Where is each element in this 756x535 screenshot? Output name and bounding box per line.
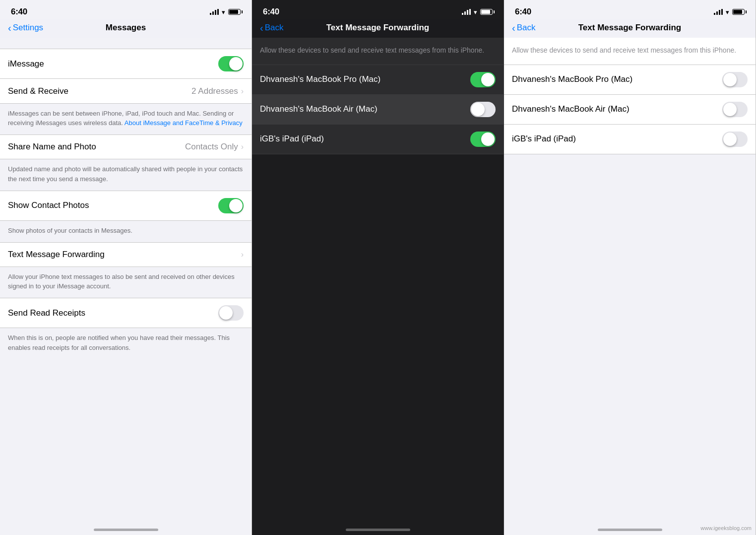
macbook-pro-label: Dhvanesh's MacBook Pro (Mac)	[260, 74, 470, 84]
read-receipts-description: When this is on, people are notified whe…	[0, 328, 252, 359]
chevron-left-icon-white: ‹	[512, 23, 515, 33]
share-name-value: Contacts Only	[185, 142, 238, 152]
read-receipts-description-text: When this is on, people are notified whe…	[8, 334, 230, 351]
wifi-icon: ▾	[222, 8, 225, 16]
share-name-chevron: ›	[241, 142, 244, 151]
status-icons-dark: ▾	[462, 8, 493, 16]
send-receive-row[interactable]: Send & Receive 2 Addresses ›	[0, 79, 252, 104]
macbook-pro-toggle-white[interactable]	[722, 72, 748, 87]
contact-photos-row[interactable]: Show Contact Photos	[0, 191, 252, 221]
home-indicator-dark	[252, 518, 504, 535]
macbook-pro-row[interactable]: Dhvanesh's MacBook Pro (Mac)	[252, 65, 504, 95]
contact-photos-description: Show photos of your contacts in Messages…	[0, 221, 252, 242]
forwarding-desc-block-white: Allow these devices to send and receive …	[504, 38, 756, 65]
macbook-air-row[interactable]: Dhvanesh's MacBook Air (Mac)	[252, 95, 504, 125]
ipad-label-white: iGB's iPad (iPad)	[512, 134, 722, 144]
home-indicator	[0, 518, 252, 535]
forwarding-description-text: Allow your iPhone text messages to also …	[8, 273, 235, 290]
status-time-white: 6:40	[515, 7, 531, 17]
nav-bar-dark: ‹ Back Text Message Forwarding	[252, 19, 504, 38]
status-bar-white: 6:40 ▾	[504, 0, 756, 19]
back-label: Settings	[13, 23, 43, 33]
forwarding-content-dark: Allow these devices to send and receive …	[252, 38, 504, 518]
macbook-air-toggle-white[interactable]	[722, 102, 748, 117]
status-bar-dark: 6:40 ▾	[252, 0, 504, 19]
ipad-label: iGB's iPad (iPad)	[260, 134, 470, 144]
forwarding-desc-text-dark: Allow these devices to send and receive …	[260, 46, 484, 54]
macbook-pro-toggle[interactable]	[470, 72, 496, 87]
panel-messages: 6:40 ▾ ‹ Settings Messages iMessage	[0, 0, 252, 535]
wifi-icon-white: ▾	[726, 8, 729, 16]
page-title: Messages	[106, 23, 146, 33]
ipad-row[interactable]: iGB's iPad (iPad)	[252, 125, 504, 154]
share-name-row[interactable]: Share Name and Photo Contacts Only ›	[0, 134, 252, 159]
battery-icon	[228, 9, 241, 15]
imessage-toggle[interactable]	[218, 56, 244, 71]
status-icons: ▾	[210, 8, 241, 16]
back-button-white[interactable]: ‹ Back	[512, 23, 535, 33]
imessage-description-text: iMessages can be sent between iPhone, iP…	[8, 110, 243, 127]
ipad-toggle[interactable]	[470, 132, 496, 147]
macbook-air-label-white: Dhvanesh's MacBook Air (Mac)	[512, 104, 722, 114]
send-receive-value: 2 Addresses	[191, 86, 238, 96]
read-receipts-row[interactable]: Send Read Receipts	[0, 298, 252, 328]
nav-bar-white: ‹ Back Text Message Forwarding	[504, 19, 756, 38]
nav-bar: ‹ Settings Messages	[0, 19, 252, 38]
text-forwarding-chevron: ›	[241, 250, 244, 259]
home-bar-white	[598, 529, 662, 531]
signal-icon	[210, 9, 219, 15]
send-receive-label: Send & Receive	[8, 86, 191, 96]
ipad-row-white[interactable]: iGB's iPad (iPad)	[504, 125, 756, 154]
text-forwarding-row[interactable]: Text Message Forwarding ›	[0, 242, 252, 267]
share-name-label: Share Name and Photo	[8, 142, 185, 152]
home-bar-dark	[346, 529, 410, 531]
back-label-dark: Back	[265, 23, 284, 33]
contact-photos-description-text: Show photos of your contacts in Messages…	[8, 227, 132, 234]
read-receipts-label: Send Read Receipts	[8, 308, 218, 318]
page-title-white: Text Message Forwarding	[578, 23, 682, 33]
macbook-pro-row-white[interactable]: Dhvanesh's MacBook Pro (Mac)	[504, 65, 756, 95]
wifi-icon-dark: ▾	[474, 8, 477, 16]
page-title-dark: Text Message Forwarding	[326, 23, 430, 33]
forwarding-desc-block-dark: Allow these devices to send and receive …	[252, 38, 504, 65]
battery-icon-dark	[480, 9, 493, 15]
imessage-description: iMessages can be sent between iPhone, iP…	[0, 104, 252, 134]
back-button-dark[interactable]: ‹ Back	[260, 23, 283, 33]
signal-icon-white	[714, 9, 723, 15]
forwarding-desc-text-white: Allow these devices to send and receive …	[512, 46, 736, 54]
ipad-toggle-white[interactable]	[722, 132, 748, 147]
text-forwarding-label: Text Message Forwarding	[8, 250, 241, 260]
send-receive-chevron: ›	[241, 87, 244, 96]
forwarding-content-white: Allow these devices to send and receive …	[504, 38, 756, 518]
imessage-link[interactable]: About iMessage and FaceTime & Privacy	[125, 119, 243, 127]
read-receipts-toggle[interactable]	[218, 305, 244, 321]
forwarding-description: Allow your iPhone text messages to also …	[0, 267, 252, 298]
imessage-row[interactable]: iMessage	[0, 49, 252, 79]
home-bar	[94, 529, 158, 531]
panel-forwarding-dark: 6:40 ▾ ‹ Back Text Message Forwarding Al…	[252, 0, 504, 535]
watermark: www.igeeksblog.com	[700, 525, 752, 531]
macbook-air-toggle[interactable]	[470, 102, 496, 117]
imessage-label: iMessage	[8, 59, 218, 69]
status-icons-white: ▾	[714, 8, 745, 16]
macbook-air-label: Dhvanesh's MacBook Air (Mac)	[260, 104, 470, 114]
chevron-left-icon: ‹	[8, 23, 11, 33]
back-button[interactable]: ‹ Settings	[8, 23, 43, 33]
chevron-left-icon-dark: ‹	[260, 23, 263, 33]
status-bar: 6:40 ▾	[0, 0, 252, 19]
status-time-dark: 6:40	[263, 7, 279, 17]
macbook-air-row-white[interactable]: Dhvanesh's MacBook Air (Mac)	[504, 95, 756, 125]
contact-photos-toggle[interactable]	[218, 198, 244, 213]
signal-icon-dark	[462, 9, 471, 15]
share-description-text: Updated name and photo will be automatic…	[8, 165, 243, 182]
back-label-white: Back	[517, 23, 536, 33]
macbook-pro-label-white: Dhvanesh's MacBook Pro (Mac)	[512, 74, 722, 84]
contact-photos-label: Show Contact Photos	[8, 201, 218, 210]
share-description: Updated name and photo will be automatic…	[0, 159, 252, 190]
battery-icon-white	[732, 9, 745, 15]
status-time: 6:40	[11, 7, 27, 17]
settings-content: iMessage Send & Receive 2 Addresses › iM…	[0, 38, 252, 518]
panel-forwarding-white: 6:40 ▾ ‹ Back Text Message Forwarding Al…	[504, 0, 756, 535]
